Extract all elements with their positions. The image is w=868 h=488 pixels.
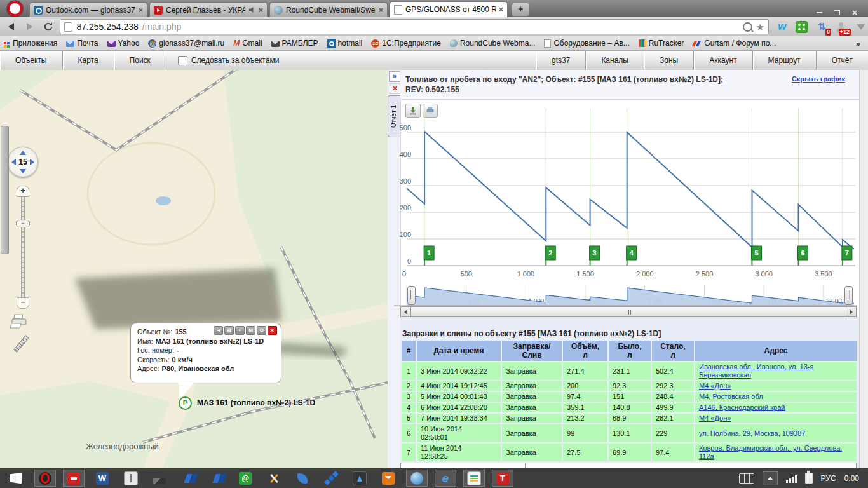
map-canvas[interactable]: Железнодорожный 15 + − − ◂▤▪MO × Объект … [0,70,388,468]
taskbar-measure-tool[interactable] [120,470,142,487]
chart-hscrollbar[interactable] [400,306,857,317]
bookmark-hotmail[interactable]: hotmail [327,39,363,48]
download-filter-icon[interactable] [854,20,868,34]
wialon-extension-icon[interactable]: w [775,20,789,34]
opera-menu-button[interactable] [0,0,29,17]
bookmark-star-icon[interactable]: ★ [756,22,764,32]
address-link[interactable]: Ивановская обл., Иваново, ул. 13-я Берез… [699,363,813,379]
taskbar-utility[interactable] [149,470,170,487]
bookmark-pochta[interactable]: Почта [66,39,98,48]
forward-button[interactable] [23,20,37,34]
app-toolbar-tab[interactable]: gts37 [536,51,585,70]
new-tab-button[interactable]: + [512,3,529,17]
tab-close-icon[interactable]: × [139,7,143,13]
zoom-in-button[interactable]: + [17,186,29,197]
browser-tab-outlook[interactable]: Outlook.com — glonass37@ × [29,2,147,17]
taskbar-writer[interactable] [292,470,313,487]
chart-overview[interactable]: 05001 0001 5002 0002 5003 0003 500 [394,284,857,307]
route-extension-icon[interactable]: ⇅0 [815,20,829,34]
pan-up-icon[interactable] [20,151,26,155]
taskbar-navigator[interactable] [349,470,370,487]
tab-close-icon[interactable]: × [259,7,263,13]
back-button[interactable] [4,20,18,34]
app-toolbar-tab[interactable]: Карта [63,51,114,70]
taskbar-mail-client[interactable]: @ [234,470,256,487]
taskbar-browser-globe[interactable] [406,470,428,487]
minimize-button[interactable] [812,8,826,17]
popup-close-icon[interactable]: × [268,326,277,335]
pan-down-icon[interactable] [20,169,26,173]
taskbar-app-blue-2[interactable] [206,470,227,487]
scroll-track[interactable] [411,306,846,317]
restore-button[interactable] [830,8,844,17]
tab-close-icon[interactable]: × [379,7,383,13]
taskbar-teamviewer[interactable]: T [492,470,513,487]
address-link[interactable]: Ковров, Владимирская обл., ул. Свердлова… [699,444,842,460]
report-vscrollbar-thumb[interactable] [1,126,9,254]
taskbar-internet-explorer[interactable]: e [435,470,456,487]
language-indicator[interactable]: РУС [821,474,836,483]
scroll-right-icon[interactable] [846,306,857,317]
browser-tab-gps-active[interactable]: GPS/GLONASS от 4500 RUB × [390,1,508,17]
clock[interactable]: 0:00 [844,474,859,483]
popup-tool-button[interactable]: ◂ [214,326,223,335]
window-close-button[interactable]: × [848,8,862,17]
vehicle-marker[interactable]: P [179,396,192,410]
taskbar-app-blue-1[interactable] [177,470,199,487]
bookmark-roundcube[interactable]: RoundCube Webma... [450,39,536,48]
scroll-left-icon[interactable] [400,306,411,317]
bookmark-mailru[interactable]: @glonass37@mail.ru [148,39,224,48]
address-link[interactable]: А146, Краснодарский край [699,403,785,411]
address-link[interactable]: М4, Ростовская обл [699,393,763,400]
tab-close-icon[interactable]: × [499,6,503,13]
bookmark-equipment[interactable]: Оборудование – Ав... [544,39,629,48]
zoom-slider-track[interactable] [21,196,25,298]
address-link[interactable]: М4 «Дон» [699,414,731,422]
hide-chart-link[interactable]: Скрыть график [792,75,845,83]
app-toolbar-tab[interactable]: Аккаунт [693,51,752,70]
browser-tab-youtube[interactable]: Сергей Глазьев - УКРАИ × [149,2,268,17]
start-button[interactable] [0,468,31,488]
bookmark-1c[interactable]: 1С1С:Предприятие [371,39,441,48]
taskbar-notepad[interactable] [463,470,485,487]
address-link[interactable]: ул. Полбина, 29, Москва, 109387 [699,430,805,437]
app-toolbar-tab[interactable]: Отчёт [816,51,868,70]
url-input[interactable]: 87.255.254.238 /main.php ★ [60,19,769,34]
bookmark-gurtam[interactable]: Gurtam / Форум по... [693,39,776,48]
search-icon[interactable] [743,22,752,32]
popup-tool-button[interactable]: ▤ [224,326,234,335]
bookmark-apps[interactable]: Приложения [4,39,57,48]
taskbar-mail-orange[interactable] [377,470,399,487]
report-vscrollbar[interactable] [859,70,868,468]
popup-tool-button[interactable]: M [246,326,255,335]
collapse-panel-button[interactable]: » [389,71,400,82]
follow-objects-checkbox[interactable] [178,56,187,65]
taskbar-dropbox[interactable] [320,470,342,487]
taskbar-download-manager[interactable] [63,470,85,487]
browser-tab-roundcube[interactable]: RoundCube Webmail/Sweb. × [269,2,388,17]
bookmark-rambler[interactable]: РАМБЛЕР [271,39,318,48]
network-signal-icon[interactable] [786,474,797,483]
bookmark-yahoo[interactable]: Yahoo [107,39,140,48]
address-link[interactable]: М4 «Дон» [699,382,731,390]
zoom-out-button[interactable]: − [17,297,29,309]
taskbar-tools[interactable] [263,470,285,487]
reload-button[interactable] [41,20,55,34]
social-extension-icon[interactable]: +12 [834,20,848,34]
range-handle-left[interactable] [407,286,416,305]
keyboard-icon[interactable] [739,473,754,484]
battery-icon[interactable] [805,473,813,484]
bookmarks-overflow-button[interactable]: » [856,39,860,48]
app-toolbar-tab[interactable]: Поиск [114,51,166,70]
app-toolbar-tab[interactable]: Маршрут [752,51,816,70]
app-toolbar-tab[interactable]: Каналы [585,51,644,70]
taskbar-word[interactable]: W [92,470,113,487]
tray-expand-icon[interactable] [763,471,778,485]
map-pan-control[interactable]: 15 [8,147,38,177]
zoom-slider-thumb[interactable]: − [16,220,30,227]
popup-tool-button[interactable]: ▪ [235,326,245,335]
popup-tool-button[interactable]: O [257,326,266,335]
bookmark-gmail[interactable]: MGmail [233,39,262,48]
app-toolbar-tab[interactable]: Объекты [0,51,63,70]
adblock-extension-icon[interactable] [795,20,809,34]
